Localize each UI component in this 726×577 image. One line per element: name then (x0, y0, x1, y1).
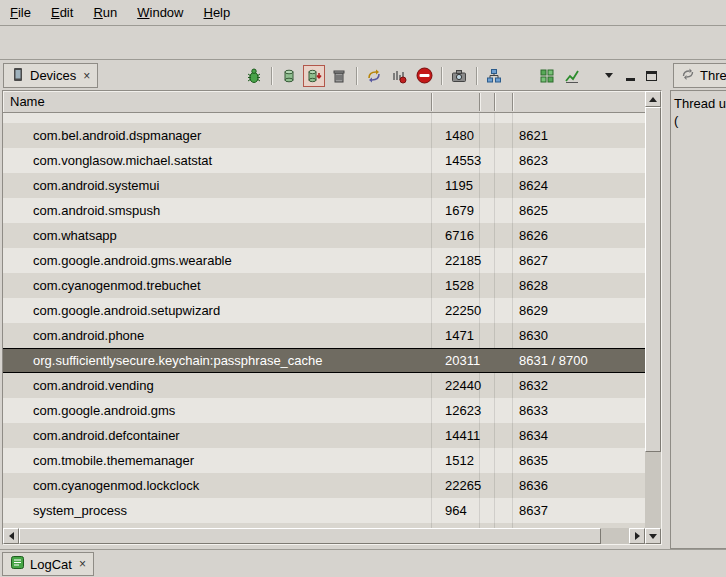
table-row[interactable]: com.bel.android.dspmanager14808621 (3, 123, 645, 148)
close-icon[interactable]: × (83, 69, 90, 83)
table-row[interactable]: com.android.smspush16798625 (3, 198, 645, 223)
stop-process-icon[interactable] (413, 65, 435, 87)
cell-process-name: com.android.defcontainer (3, 428, 431, 443)
tree-view-icon[interactable] (536, 65, 558, 87)
table-row[interactable]: com.whatsapp67168626 (3, 223, 645, 248)
cell-pid: 964 (431, 503, 479, 518)
scroll-down-button[interactable] (645, 528, 661, 544)
cell-port: 8621 (512, 128, 645, 143)
table-row[interactable]: com.android.systemui11958624 (3, 173, 645, 198)
cell-process-name: com.tmobile.thememanager (3, 453, 431, 468)
cell-port: 8635 (512, 453, 645, 468)
scroll-left-button[interactable] (3, 528, 19, 544)
update-threads-icon[interactable] (363, 65, 385, 87)
systrace-icon[interactable] (561, 65, 583, 87)
horizontal-scrollbar[interactable] (3, 528, 645, 544)
table-row[interactable]: com.vonglasow.michael.satstat145538623 (3, 148, 645, 173)
partial-row-strip (3, 113, 645, 123)
cause-gc-icon[interactable] (328, 65, 350, 87)
debug-process-icon[interactable] (243, 65, 265, 87)
cell-pid: 22250 (431, 303, 479, 318)
menu-edit[interactable]: Edit (51, 5, 73, 20)
table-row[interactable]: com.cyanogenmod.trebuchet15288628 (3, 273, 645, 298)
threads-icon (681, 67, 695, 84)
vertical-scrollbar[interactable] (645, 91, 661, 544)
cell-pid: 14411 (431, 428, 479, 443)
cell-pid: 6716 (431, 228, 479, 243)
scroll-right-button[interactable] (629, 528, 645, 544)
tab-devices[interactable]: Devices × (3, 63, 98, 88)
menu-run[interactable]: Run (93, 5, 117, 20)
cell-pid: 22185 (431, 253, 479, 268)
cell-process-name: com.bel.android.dspmanager (3, 128, 431, 143)
column-grid-line (494, 113, 495, 528)
table-row[interactable]: com.android.defcontainer144118634 (3, 423, 645, 448)
table-row[interactable]: com.google.android.gms.wearable221858627 (3, 248, 645, 273)
cell-process-name: com.android.systemui (3, 178, 431, 193)
table-row[interactable]: com.cyanogenmod.lockclock222658636 (3, 473, 645, 498)
cell-process-name: com.google.android.gms (3, 403, 431, 418)
horizontal-scroll-thumb[interactable] (19, 528, 601, 544)
view-menu-icon[interactable] (600, 67, 618, 85)
table-row[interactable]: org.sufficientlysecure.keychain:passphra… (3, 348, 645, 373)
tab-logcat[interactable]: LogCat × (2, 552, 94, 576)
tab-logcat-label: LogCat (30, 557, 72, 572)
cell-process-name: com.google.android.setupwizard (3, 303, 431, 318)
device-icon (11, 67, 25, 85)
bottom-tab-strip: LogCat × (0, 549, 726, 577)
cell-process-name: com.google.android.gms.wearable (3, 253, 431, 268)
menu-file[interactable]: File (10, 5, 31, 20)
screen-capture-icon[interactable] (448, 65, 470, 87)
cell-pid: 1480 (431, 128, 479, 143)
cell-pid: 1195 (431, 178, 479, 193)
minimize-icon[interactable] (621, 67, 639, 85)
toolbar-separator (441, 67, 442, 85)
cell-port: 8632 (512, 378, 645, 393)
table-row[interactable]: com.tmobile.thememanager15128635 (3, 448, 645, 473)
cell-process-name: com.vonglasow.michael.satstat (3, 153, 431, 168)
cell-port: 8637 (512, 503, 645, 518)
cell-process-name: com.android.phone (3, 328, 431, 343)
cell-port: 8624 (512, 178, 645, 193)
device-table-rows: com.bel.android.dspmanager14808621com.vo… (3, 113, 645, 528)
menu-help[interactable]: Help (203, 5, 230, 20)
cell-port: 8628 (512, 278, 645, 293)
maximize-icon[interactable] (642, 67, 660, 85)
cell-pid: 20311 (431, 353, 479, 368)
cell-pid: 1471 (431, 328, 479, 343)
cell-port: 8623 (512, 153, 645, 168)
close-icon[interactable]: × (79, 557, 86, 571)
table-row[interactable]: system_process9648637 (3, 498, 645, 523)
table-row[interactable]: com.android.phone14718630 (3, 323, 645, 348)
main-area: Devices × (0, 60, 726, 549)
table-row[interactable]: com.android.vending224408632 (3, 373, 645, 398)
update-heap-icon[interactable] (278, 65, 300, 87)
table-row[interactable]: com.google.android.gms126238633 (3, 398, 645, 423)
toolbar-separator (271, 67, 272, 85)
table-row[interactable]: com.google.android.setupwizard222508629 (3, 298, 645, 323)
dump-hprof-icon[interactable] (303, 65, 325, 87)
start-method-profiling-icon[interactable] (388, 65, 410, 87)
cell-process-name: org.sufficientlysecure.keychain:passphra… (3, 353, 431, 368)
cell-process-name: com.whatsapp (3, 228, 431, 243)
cell-port: 8629 (512, 303, 645, 318)
menu-window[interactable]: Window (137, 5, 183, 20)
column-separator[interactable] (431, 93, 432, 111)
column-separator[interactable] (494, 93, 495, 111)
threads-tabbar: Threads (670, 60, 726, 90)
column-header-name[interactable]: Name (10, 94, 45, 109)
tab-threads[interactable]: Threads (673, 63, 726, 88)
cell-pid: 1528 (431, 278, 479, 293)
dump-view-hierarchy-icon[interactable] (483, 65, 505, 87)
column-separator[interactable] (512, 93, 513, 111)
scroll-up-button[interactable] (645, 91, 661, 107)
vertical-scroll-thumb[interactable] (645, 107, 661, 452)
cell-process-name: com.android.smspush (3, 203, 431, 218)
threads-message-line2: ( (674, 112, 726, 129)
cell-port: 8626 (512, 228, 645, 243)
cell-pid: 22265 (431, 478, 479, 493)
menu-bar: FileEditRunWindowHelp (0, 0, 726, 26)
column-separator[interactable] (479, 93, 480, 111)
device-table-header[interactable]: Name (3, 91, 645, 113)
column-grid-line (512, 113, 513, 528)
